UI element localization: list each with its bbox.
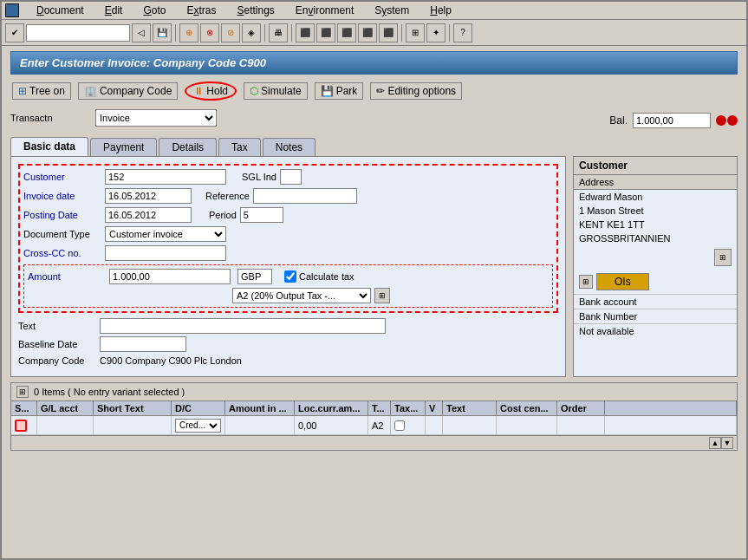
ois-row: ⊞ OIs [574, 270, 737, 294]
not-available-row: Not available [574, 323, 737, 338]
calculate-tax-checkbox[interactable] [284, 270, 296, 283]
col-header-cost-cen: Cost cen... [497, 401, 557, 415]
toolbar-checkmark-btn[interactable]: ✔ [5, 23, 24, 42]
items-header-label: 0 Items ( No entry variant selected ) [34, 387, 185, 397]
tab-notes[interactable]: Notes [263, 138, 315, 156]
park-label: Park [336, 85, 358, 97]
text-label: Text [18, 321, 96, 331]
amount-input[interactable] [109, 269, 231, 284]
balance-field[interactable]: 1.000,00 [633, 113, 711, 128]
address-icon-btn[interactable]: ⊞ [714, 249, 732, 266]
dc-select[interactable]: Cred... [175, 419, 221, 433]
toolbar-doc3[interactable]: ⬛ [337, 23, 356, 42]
scroll-up-btn[interactable]: ▲ [709, 437, 721, 449]
menu-system[interactable]: System [371, 3, 413, 17]
tab-payment[interactable]: Payment [90, 138, 157, 156]
menu-goto[interactable]: Goto [140, 3, 169, 17]
simulate-button[interactable]: ⬡ Simulate [244, 82, 308, 100]
editing-options-button[interactable]: ✏ Editing options [370, 82, 462, 100]
toolbar: ✔ ◁ 💾 ⊕ ⊗ ⊘ ◈ 🖶 ⬛ ⬛ ⬛ ⬛ ⬛ ⊞ ✦ ? [2, 20, 746, 46]
toolbar-star-btn[interactable]: ✦ [426, 23, 446, 42]
doc-type-label: Document Type [23, 229, 101, 239]
company-code-label: Company Code [18, 355, 96, 366]
toolbar-doc5[interactable]: ⬛ [379, 23, 398, 42]
toolbar-btn4[interactable]: ◈ [242, 23, 261, 42]
park-button[interactable]: 💾 Park [315, 82, 364, 100]
balance-label: Bal. [609, 114, 628, 127]
col-header-short-text: Short Text [94, 401, 172, 415]
table-row: Cred... 0,00 A2 [11, 416, 737, 435]
row-text [443, 416, 497, 434]
sgl-ind-label: SGL Ind [242, 172, 276, 182]
table-scrollbar: ▲ ▼ [11, 435, 737, 450]
tax-icon-btn[interactable]: ⊞ [374, 288, 390, 303]
customer-input[interactable] [105, 169, 226, 185]
red-light2 [727, 115, 738, 126]
menu-environment[interactable]: Environment [292, 3, 357, 17]
invoice-date-label: Invoice date [23, 191, 101, 201]
amount-section: Amount Calculate tax A2 (20% Output T [23, 264, 553, 308]
col-header-s: S... [11, 401, 37, 415]
col-header-amount-in: Amount in ... [225, 401, 295, 415]
posting-date-input[interactable] [105, 207, 192, 223]
toolbar-sep4 [401, 24, 402, 42]
menu-extras[interactable]: Extras [183, 3, 219, 17]
items-panel: ⊞ 0 Items ( No entry variant selected ) … [10, 382, 738, 451]
menu-document[interactable]: Document [33, 3, 88, 17]
row-tax [391, 416, 426, 434]
doc-type-select[interactable]: Customer invoice [105, 226, 226, 242]
menu-settings[interactable]: Settings [233, 3, 277, 17]
ois-button[interactable]: OIs [596, 273, 649, 290]
period-label: Period [209, 210, 237, 220]
toolbar-btn1[interactable]: ⊕ [179, 23, 198, 42]
customer-row: Customer SGL Ind [23, 169, 553, 185]
toolbar-save-btn[interactable]: 💾 [153, 23, 172, 42]
tabs-row: Basic data Payment Details Tax Notes [10, 137, 738, 156]
hold-button[interactable]: ⏸ Hold [185, 81, 237, 101]
toolbar-command-input[interactable] [26, 24, 130, 42]
scroll-down-btn[interactable]: ▼ [721, 437, 733, 449]
toolbar-grid-btn[interactable]: ⊞ [406, 23, 425, 42]
cross-cc-label: Cross-CC no. [23, 248, 101, 258]
invoice-date-input[interactable] [105, 188, 192, 204]
col-header-dc: D/C [172, 401, 225, 415]
period-input[interactable] [240, 207, 283, 223]
menu-edit[interactable]: Edit [101, 3, 127, 17]
toolbar-doc2[interactable]: ⬛ [316, 23, 335, 42]
tab-tax[interactable]: Tax [218, 138, 261, 156]
row-cost-cen [497, 416, 557, 434]
company-code-button[interactable]: 🏢 Company Code [78, 82, 178, 100]
tree-icon: ⊞ [18, 85, 27, 97]
toolbar-back-btn[interactable]: ◁ [132, 23, 151, 42]
toolbar-doc4[interactable]: ⬛ [358, 23, 377, 42]
tax-code-select[interactable]: A2 (20% Output Tax -... [232, 288, 371, 303]
park-icon: 💾 [321, 85, 334, 97]
customer-panel-header: Customer [574, 157, 737, 175]
currency-input[interactable] [237, 269, 272, 284]
baseline-date-input[interactable] [100, 336, 186, 352]
tree-on-label: Tree on [29, 85, 65, 97]
text-input[interactable] [100, 318, 386, 334]
toolbar-print-btn[interactable]: 🖶 [269, 23, 288, 42]
row-short-text [94, 416, 172, 434]
simulate-label: Simulate [261, 85, 302, 97]
toolbar-help-btn[interactable]: ? [453, 23, 472, 42]
toolbar-btn3[interactable]: ⊘ [221, 23, 240, 42]
items-header: ⊞ 0 Items ( No entry variant selected ) [11, 383, 737, 401]
toolbar-btn2[interactable]: ⊗ [200, 23, 219, 42]
hold-label: Hold [206, 85, 228, 97]
text-row: Text [18, 318, 558, 334]
col-header-v: V [426, 401, 443, 415]
cross-cc-row: Cross-CC no. [23, 245, 553, 261]
reference-input[interactable] [253, 188, 357, 204]
tax-checkbox[interactable] [394, 420, 405, 431]
tab-basic-data[interactable]: Basic data [10, 137, 88, 156]
transactn-row: Transactn Invoice [10, 109, 217, 127]
tree-on-button[interactable]: ⊞ Tree on [12, 82, 71, 100]
menu-help[interactable]: Help [426, 3, 455, 17]
toolbar-doc1[interactable]: ⬛ [296, 23, 315, 42]
tab-details[interactable]: Details [159, 138, 217, 156]
transactn-select[interactable]: Invoice [95, 109, 217, 127]
cross-cc-input[interactable] [105, 245, 226, 261]
sgl-ind-input[interactable] [280, 169, 302, 185]
